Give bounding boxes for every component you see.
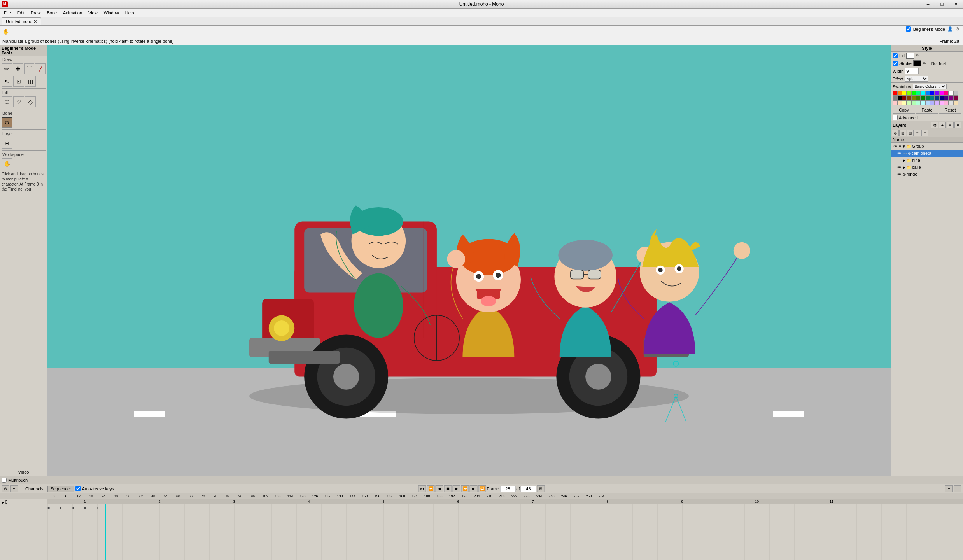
swatch-magenta[interactable] — [939, 91, 944, 96]
timeline-zoom-in[interactable]: + — [945, 485, 953, 492]
add-point-tool[interactable]: ✚ — [13, 63, 23, 74]
current-frame-input[interactable] — [500, 486, 515, 492]
layer-nina-arrow[interactable]: ▶ — [903, 158, 906, 163]
keyframe-24[interactable] — [97, 507, 98, 509]
swatch-lime[interactable] — [907, 91, 911, 96]
width-input[interactable] — [905, 68, 919, 74]
minimize-button[interactable]: – — [921, 0, 935, 9]
layer-fondo[interactable]: 👁 ⊙ fondo — [891, 171, 963, 178]
swatch-maroon[interactable] — [953, 96, 958, 100]
magic-wand-tool[interactable]: ♡ — [13, 96, 24, 107]
paste-button[interactable]: Paste — [916, 107, 938, 114]
swatch-black[interactable] — [897, 96, 902, 100]
swatch-red[interactable] — [893, 91, 897, 96]
total-frames-input[interactable] — [520, 486, 536, 492]
layers-tool-1[interactable]: ⊙ — [892, 130, 899, 136]
timeline-tl-btn1[interactable]: ⊙ — [2, 485, 9, 492]
effect-dropdown[interactable]: <pl... — [905, 76, 928, 82]
play-back-button[interactable]: ◀ — [436, 485, 443, 492]
swatch-teal[interactable] — [930, 96, 935, 100]
swatch-light-pink[interactable] — [893, 100, 897, 105]
loop-button[interactable]: 🔁 — [478, 485, 486, 492]
fill-edit-icon[interactable]: ✏ — [916, 53, 919, 58]
layer-nina[interactable]: — ▶ 📁 nina — [891, 157, 963, 164]
swatch-dark-purple[interactable] — [949, 96, 953, 100]
swatch-navy-light[interactable] — [935, 96, 939, 100]
swatch-silver[interactable] — [953, 91, 958, 96]
no-brush-button[interactable]: No Brush — [930, 61, 950, 66]
stroke-color-swatch[interactable] — [913, 60, 921, 66]
layer-calle[interactable]: 👁 ▶ 📁 calle — [891, 164, 963, 171]
layers-dropdown-icon[interactable]: ▼ — [954, 122, 961, 128]
swatch-blue[interactable] — [930, 91, 935, 96]
swatch-dark-green[interactable] — [921, 96, 925, 100]
paint-brush-tool[interactable]: ╱ — [35, 63, 46, 74]
channels-tab[interactable]: Channels — [23, 486, 46, 492]
swatch-orange[interactable] — [897, 91, 902, 96]
reset-button[interactable]: Reset — [939, 107, 961, 114]
keyframe-18[interactable] — [84, 507, 86, 509]
step-back-button[interactable]: ⏪ — [427, 485, 435, 492]
swatch-periwinkle[interactable] — [930, 100, 935, 105]
skip-to-end-button[interactable]: ⏭ — [470, 485, 478, 492]
layer-camioneta-eye[interactable]: 👁 — [896, 150, 902, 156]
swatch-light-magenta[interactable] — [939, 100, 944, 105]
swatch-yellow[interactable] — [902, 91, 907, 96]
close-button[interactable]: ✕ — [949, 0, 963, 9]
menu-view[interactable]: View — [85, 10, 101, 16]
swatch-pink[interactable] — [944, 91, 949, 96]
multitouch-checkbox[interactable] — [2, 478, 7, 483]
swatch-white[interactable] — [949, 91, 953, 96]
swatch-pale-green[interactable] — [911, 100, 916, 105]
layer-group[interactable]: 👁 ≡ ▼ 📁 Group — [891, 143, 963, 150]
swatch-wheat[interactable] — [953, 100, 958, 105]
stop-button[interactable]: ⏹ — [444, 485, 452, 492]
beginner-mode-checkbox[interactable] — [906, 26, 911, 32]
keyframe-12[interactable] — [72, 507, 74, 509]
window-controls[interactable]: – □ ✕ — [921, 0, 963, 9]
swatch-sky-blue[interactable] — [925, 100, 930, 105]
swatch-light-gray[interactable] — [949, 100, 953, 105]
hand-tool[interactable]: ✋ — [2, 27, 10, 36]
swatch-mint[interactable] — [916, 100, 921, 105]
swatch-green[interactable] — [911, 91, 916, 96]
video-button[interactable]: Video — [15, 469, 33, 475]
swatch-light-cyan[interactable] — [921, 100, 925, 105]
bone-tool[interactable]: ⊙ — [2, 117, 12, 128]
menu-draw[interactable]: Draw — [28, 10, 44, 16]
menu-animation[interactable]: Animation — [60, 10, 85, 16]
paint-bucket-tool[interactable]: ⬡ — [2, 96, 12, 107]
curve-tool[interactable]: ⌒ — [24, 63, 35, 74]
maximize-button[interactable]: □ — [935, 0, 949, 9]
pan-tool[interactable]: ✋ — [2, 158, 12, 169]
gradient-tool[interactable]: ◇ — [25, 96, 36, 107]
swatch-cyan[interactable] — [921, 91, 925, 96]
swatches-preset-dropdown[interactable]: Basic Colors... — [913, 84, 947, 89]
layers-tool-2[interactable]: ⊞ — [899, 130, 906, 136]
layers-expand-icon[interactable]: ≡ — [947, 122, 954, 128]
layers-add-icon[interactable]: + — [939, 122, 946, 128]
step-forward-button[interactable]: ⏩ — [461, 485, 469, 492]
layers-tool-3[interactable]: ⊟ — [907, 130, 914, 136]
swatch-blue-light[interactable] — [925, 91, 930, 96]
layer-group-eye[interactable]: 👁 — [893, 144, 898, 149]
play-button[interactable]: ▶ — [453, 485, 460, 492]
swatch-forest[interactable] — [925, 96, 930, 100]
copy-button[interactable]: Copy — [893, 107, 915, 114]
swatch-purple[interactable] — [935, 91, 939, 96]
swatch-navy[interactable] — [939, 96, 944, 100]
document-tab[interactable]: Untitled.moho ✕ — [2, 18, 41, 25]
eraser-tool[interactable]: ◫ — [25, 76, 36, 87]
layer-camioneta[interactable]: 👁 ~~ ⊙ camioneta — [891, 150, 963, 157]
swatch-olive[interactable] — [911, 96, 916, 100]
menu-bone[interactable]: Bone — [44, 10, 60, 16]
keyframe-6[interactable] — [60, 507, 61, 509]
advanced-checkbox[interactable] — [893, 115, 898, 120]
layer-calle-eye[interactable]: 👁 — [896, 164, 902, 170]
layer-fondo-eye[interactable]: 👁 — [896, 172, 902, 177]
swatch-gray[interactable] — [893, 96, 897, 100]
swatch-lavender[interactable] — [935, 100, 939, 105]
swatch-peach[interactable] — [897, 100, 902, 105]
keyframe-0[interactable] — [47, 507, 50, 509]
swatch-dark-lime[interactable] — [916, 96, 921, 100]
